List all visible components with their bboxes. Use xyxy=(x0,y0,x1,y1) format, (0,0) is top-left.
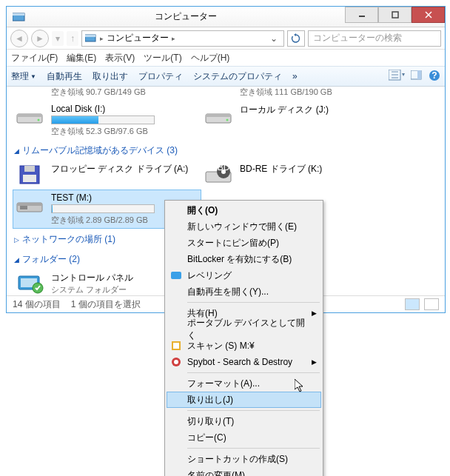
leveling-icon xyxy=(170,269,182,281)
hdd-icon xyxy=(204,104,234,127)
tb-help-icon[interactable]: ? xyxy=(429,70,440,84)
breadcrumb-sep: ▸ xyxy=(172,35,175,42)
ctx-shortcut[interactable]: ショートカットの作成(S) xyxy=(167,451,321,467)
tb-more[interactable]: » xyxy=(292,71,298,81)
menu-tools[interactable]: ツール(T) xyxy=(144,52,181,64)
status-count: 14 個の項目 xyxy=(13,298,61,311)
minimize-button[interactable] xyxy=(345,7,378,23)
context-menu: 開く(O) 新しいウィンドウで開く(E) スタートにピン留め(P) BitLoc… xyxy=(164,200,323,476)
close-button[interactable] xyxy=(412,7,445,23)
maximize-button[interactable] xyxy=(378,7,412,23)
svg-rect-31 xyxy=(20,206,27,209)
capacity-bar xyxy=(51,115,155,124)
titlebar: コンピューター xyxy=(7,7,445,27)
drive-local-j[interactable]: ローカル ディスク (J:) xyxy=(201,101,390,140)
controlpanel-icon xyxy=(16,272,45,295)
scan-icon xyxy=(170,340,182,352)
ctx-autoplay[interactable]: 自動再生を開く(Y)... xyxy=(167,284,321,300)
view-details-button[interactable] xyxy=(405,298,420,310)
drive-item[interactable]: 空き領域 90.7 GB/149 GB xyxy=(13,87,201,101)
tb-viewmode-icon[interactable] xyxy=(389,70,405,84)
menu-file[interactable]: ファイル(F) xyxy=(11,52,58,64)
tb-eject[interactable]: 取り出す xyxy=(93,70,128,83)
ctx-rename[interactable]: 名前の変更(M) xyxy=(167,467,321,476)
address-dropdown[interactable]: ⌄ xyxy=(267,33,281,44)
up-button[interactable]: ↑ xyxy=(67,31,78,46)
tb-preview-icon[interactable] xyxy=(411,70,423,83)
svg-point-21 xyxy=(226,119,229,121)
group-removable[interactable]: ◢リムーバブル記憶域があるデバイス (3) xyxy=(13,140,439,160)
ctx-cut[interactable]: 切り取り(T) xyxy=(167,413,321,429)
svg-rect-35 xyxy=(171,272,181,279)
bd-icon: BD xyxy=(204,163,234,187)
ctx-spybot[interactable]: Spybot - Search & Destroy▶ xyxy=(167,354,321,370)
search-input[interactable]: コンピューターの検索 xyxy=(308,30,441,47)
capacity-bar xyxy=(51,204,155,213)
svg-point-18 xyxy=(38,119,40,121)
tb-organize[interactable]: 整理 ▼ xyxy=(11,70,36,83)
svg-text:BD: BD xyxy=(218,163,230,172)
ctx-separator xyxy=(187,448,320,449)
svg-rect-1 xyxy=(13,13,24,16)
back-button[interactable]: ◄ xyxy=(10,30,28,47)
window-title: コンピューター xyxy=(26,10,345,23)
app-icon xyxy=(13,12,26,22)
refresh-button[interactable] xyxy=(287,30,305,47)
drive-floppy[interactable]: フロッピー ディスク ドライブ (A:) xyxy=(13,160,201,190)
tb-sysprops[interactable]: システムのプロパティ xyxy=(193,70,282,83)
spybot-icon xyxy=(170,356,182,368)
svg-rect-37 xyxy=(173,343,179,349)
ctx-newwindow[interactable]: 新しいウィンドウで開く(E) xyxy=(167,218,321,235)
menu-view[interactable]: 表示(V) xyxy=(105,52,135,64)
menu-help[interactable]: ヘルプ(H) xyxy=(191,52,230,64)
drive-item[interactable]: 空き領域 111 GB/190 GB xyxy=(201,87,390,101)
ctx-open[interactable]: 開く(O) xyxy=(167,202,321,218)
ctx-separator xyxy=(187,372,320,373)
svg-rect-17 xyxy=(17,114,42,117)
ctx-leveling[interactable]: レベリング xyxy=(167,267,321,284)
svg-point-39 xyxy=(174,360,178,364)
svg-rect-13 xyxy=(417,70,421,79)
address-bar: ◄ ► ▾ ↑ ▸ コンピューター ▸ ⌄ コンピューターの検索 xyxy=(7,27,445,50)
hdd-icon xyxy=(16,104,45,127)
ctx-eject[interactable]: 取り出し(J) xyxy=(167,392,321,408)
ctx-bitlocker[interactable]: BitLocker を有効にする(B) xyxy=(167,251,321,267)
menu-edit[interactable]: 編集(E) xyxy=(67,52,96,64)
ctx-copy[interactable]: コピー(C) xyxy=(167,429,321,446)
ctx-portable[interactable]: ポータブル デバイスとして開く xyxy=(167,321,321,338)
ctx-pinstart[interactable]: スタートにピン留め(P) xyxy=(167,235,321,251)
breadcrumb-item[interactable]: コンピューター xyxy=(107,32,169,44)
address-box[interactable]: ▸ コンピューター ▸ ⌄ xyxy=(81,30,284,47)
ctx-separator xyxy=(187,410,320,411)
svg-rect-24 xyxy=(23,175,36,182)
svg-rect-23 xyxy=(24,166,35,172)
tb-autoplay[interactable]: 自動再生 xyxy=(47,70,82,83)
computer-icon xyxy=(85,33,97,44)
view-large-button[interactable] xyxy=(424,298,439,310)
tb-properties[interactable]: プロパティ xyxy=(138,70,183,83)
forward-button[interactable]: ► xyxy=(31,30,49,47)
ctx-separator xyxy=(187,302,320,303)
drive-local-i[interactable]: Local Disk (I:) 空き領域 52.3 GB/97.6 GB xyxy=(13,101,201,140)
recent-dropdown[interactable]: ▾ xyxy=(52,31,64,46)
svg-text:?: ? xyxy=(431,70,437,81)
svg-rect-20 xyxy=(206,114,231,117)
breadcrumb-sep: ▸ xyxy=(100,35,104,42)
floppy-icon xyxy=(16,163,45,187)
svg-rect-30 xyxy=(17,203,42,206)
svg-rect-3 xyxy=(392,12,398,18)
drive-bdre[interactable]: BD BD-RE ドライブ (K:) xyxy=(201,160,390,190)
menubar: ファイル(F) 編集(E) 表示(V) ツール(T) ヘルプ(H) xyxy=(7,50,445,66)
ctx-format[interactable]: フォーマット(A)... xyxy=(167,375,321,392)
toolbar: 整理 ▼ 自動再生 取り出す プロパティ システムのプロパティ » ? xyxy=(7,66,445,87)
svg-rect-7 xyxy=(85,35,95,37)
status-selected: 1 個の項目を選択 xyxy=(71,298,141,311)
ctx-scan[interactable]: スキャン (S) M:¥ xyxy=(167,338,321,354)
removable-icon xyxy=(16,192,45,216)
